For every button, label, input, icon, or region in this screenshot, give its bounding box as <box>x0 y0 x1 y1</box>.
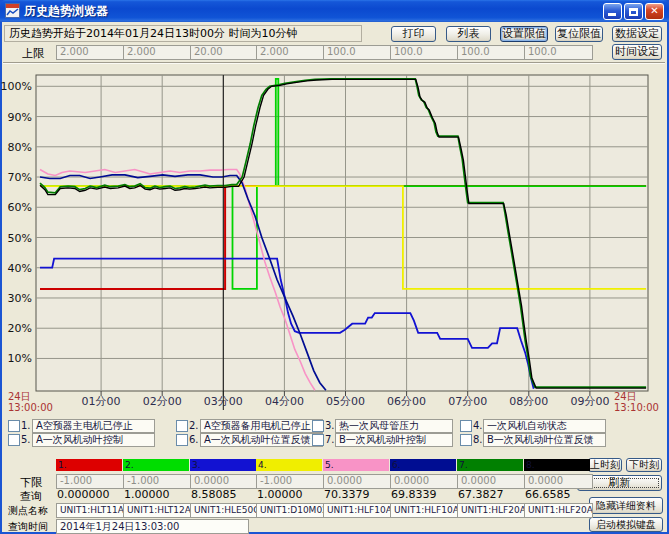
y-axis-tick-label: 40% <box>8 262 32 275</box>
trend-chart[interactable]: 100%90%80%70%60%50%40%30%20%10%01分0002分0… <box>0 0 669 534</box>
upper-limit-field-3[interactable]: 20.00 <box>190 45 259 60</box>
point-name-field-4[interactable]: UNIT1:D10M021 <box>256 503 325 518</box>
x-axis-tick-label: 07分00 <box>448 395 487 408</box>
lower-limit-field-1[interactable]: -1.000 <box>56 474 125 489</box>
x-axis-end-time: 13:10:00 <box>614 402 659 413</box>
x-axis-tick-label: 09分00 <box>570 395 609 408</box>
query-value-1: 0.000000 <box>57 489 121 501</box>
minimize-button[interactable] <box>603 3 622 20</box>
upper-limit-field-7[interactable]: 100.0 <box>457 45 526 60</box>
upper-limit-field-2[interactable]: 2.000 <box>123 45 192 60</box>
checkbox-number-6: 6. <box>189 433 199 446</box>
prev-time-button[interactable]: 上时刻 <box>588 458 622 472</box>
checkbox-point-3[interactable] <box>312 420 324 432</box>
separator <box>3 62 665 64</box>
close-icon: ✕ <box>650 5 658 16</box>
title-bar[interactable]: 历史趋势浏览器 ✕ <box>0 0 669 22</box>
point-label-field-7: B一次风机动叶控制 <box>335 433 453 447</box>
upper-limit-label: 上限 <box>22 46 44 61</box>
checkbox-point-8[interactable] <box>460 434 472 446</box>
checkbox-point-1[interactable] <box>8 420 20 432</box>
checkbox-number-1: 1. <box>21 419 31 432</box>
point-name-field-6[interactable]: UNIT1:HLF10AS <box>390 503 459 518</box>
checkbox-number-3: 3. <box>325 419 335 432</box>
query-value-5: 70.3379 <box>324 489 388 501</box>
checkbox-point-2[interactable] <box>176 420 188 432</box>
point-name-field-7[interactable]: UNIT1:HLF20AS <box>457 503 526 518</box>
query-value-8: 66.6585 <box>525 489 589 501</box>
legend-bar-4: 4. <box>256 459 322 471</box>
checkbox-number-7: 7. <box>325 433 335 446</box>
maximize-button[interactable] <box>624 3 643 20</box>
x-axis-end-day: 24日 <box>614 391 637 402</box>
virtual-keyboard-button[interactable]: 启动模拟键盘 <box>589 517 663 532</box>
legend-bar-6: 6. <box>390 459 456 471</box>
legend-bar-number: 3. <box>190 459 256 471</box>
point-label-field-3: 热一次风母管压力 <box>335 419 453 433</box>
lower-limit-field-4[interactable]: -1.000 <box>256 474 325 489</box>
checkbox-point-6[interactable] <box>176 434 188 446</box>
legend-bar-2: 2. <box>123 459 189 471</box>
reset-limits-button[interactable]: 复位限值 <box>555 26 603 42</box>
legend-bar-3: 3. <box>190 459 256 471</box>
y-axis-tick-label: 50% <box>8 232 32 245</box>
series-line-2 <box>40 79 646 289</box>
point-name-field-1[interactable]: UNIT1:HLT11AI <box>56 503 125 518</box>
x-axis-tick-label: 03分00 <box>204 395 243 408</box>
y-axis-tick-label: 100% <box>1 80 32 93</box>
legend-bar-7: 7. <box>457 459 523 471</box>
x-axis-tick-label: 01分00 <box>82 395 121 408</box>
upper-limit-field-1[interactable]: 2.000 <box>56 45 125 60</box>
query-time-label: 查询时间 <box>8 520 48 534</box>
upper-limit-field-5[interactable]: 100.0 <box>323 45 392 60</box>
point-name-field-5[interactable]: UNIT1:HLF10AS <box>323 503 392 518</box>
y-axis-tick-label: 30% <box>8 292 32 305</box>
checkbox-point-4[interactable] <box>460 420 472 432</box>
legend-bar-number: 6. <box>390 459 456 471</box>
next-time-button[interactable]: 下时刻 <box>626 458 662 472</box>
legend-bar-number: 8. <box>524 459 590 471</box>
upper-limit-field-6[interactable]: 100.0 <box>390 45 459 60</box>
legend-bar-1: 1. <box>56 459 122 471</box>
close-button[interactable]: ✕ <box>645 3 664 20</box>
checkbox-number-8: 8. <box>473 433 483 446</box>
point-label-field-1: A空预器主电机已停止 <box>32 419 155 433</box>
list-button[interactable]: 列表 <box>446 26 491 42</box>
legend-bar-number: 7. <box>457 459 523 471</box>
point-name-label: 测点名称 <box>8 504 48 518</box>
point-name-field-8[interactable]: UNIT1:HLF20AS <box>524 503 593 518</box>
time-setting-button[interactable]: 时间设定 <box>612 44 662 60</box>
lower-limit-field-6[interactable]: 0.0000 <box>390 474 459 489</box>
checkbox-point-7[interactable] <box>312 434 324 446</box>
legend-bar-number: 5. <box>323 459 389 471</box>
set-limits-button[interactable]: 设置限值 <box>500 26 548 42</box>
x-axis-tick-label: 05分00 <box>326 395 365 408</box>
query-time-field[interactable]: 2014年1月24日13:03:00 <box>56 519 249 534</box>
y-axis-tick-label: 70% <box>8 171 32 184</box>
checkbox-number-4: 4. <box>473 419 483 432</box>
upper-limit-field-8[interactable]: 100.0 <box>524 45 593 60</box>
print-button[interactable]: 打印 <box>391 26 436 42</box>
data-setting-button[interactable]: 数据设定 <box>612 26 662 42</box>
query-label: 查询 <box>20 489 42 504</box>
hide-detail-button[interactable]: 隐藏详细资料 <box>589 497 663 514</box>
x-axis-tick-label: 02分00 <box>143 395 182 408</box>
lower-limit-field-2[interactable]: -1.000 <box>123 474 192 489</box>
upper-limit-field-4[interactable]: 2.000 <box>256 45 325 60</box>
lower-limit-field-3[interactable]: 0.0000 <box>190 474 259 489</box>
point-name-field-3[interactable]: UNIT1:HLE50CI <box>190 503 259 518</box>
legend-bar-number: 4. <box>256 459 322 471</box>
query-value-7: 67.3827 <box>458 489 522 501</box>
lower-limit-field-7[interactable]: 0.0000 <box>457 474 526 489</box>
legend-bar-number: 2. <box>123 459 189 471</box>
legend-bar-number: 1. <box>56 459 122 471</box>
lower-limit-field-5[interactable]: 0.0000 <box>323 474 392 489</box>
app-icon <box>5 3 20 18</box>
y-axis-tick-label: 60% <box>8 201 32 214</box>
point-label-field-6: A一次风机动叶位置反馈 <box>200 433 323 447</box>
point-label-field-8: B一次风机动叶位置反馈 <box>483 433 606 447</box>
lower-limit-field-8[interactable]: 0.0000 <box>524 474 593 489</box>
point-name-field-2[interactable]: UNIT1:HLT12AI <box>123 503 192 518</box>
checkbox-point-5[interactable] <box>8 434 20 446</box>
series-line-1 <box>40 186 646 289</box>
